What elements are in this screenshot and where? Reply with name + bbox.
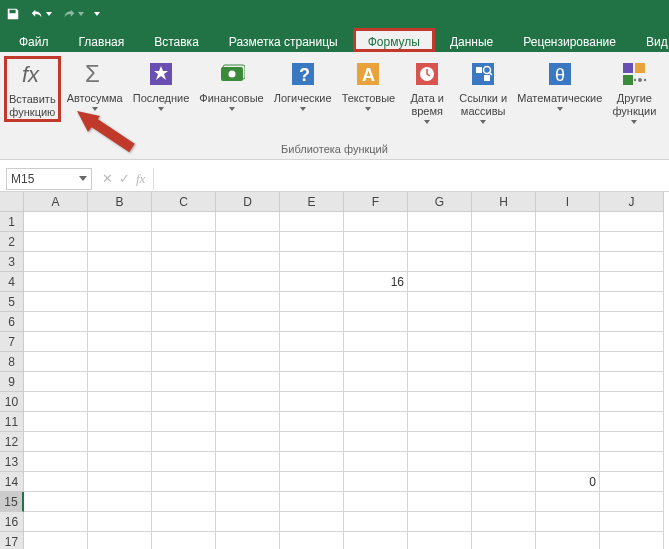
cell[interactable] <box>344 492 408 512</box>
cell[interactable] <box>408 232 472 252</box>
cell[interactable] <box>280 232 344 252</box>
cell[interactable] <box>216 492 280 512</box>
cell[interactable] <box>216 372 280 392</box>
cell[interactable] <box>408 252 472 272</box>
column-header[interactable]: I <box>536 192 600 212</box>
cell[interactable] <box>536 452 600 472</box>
cell[interactable] <box>600 292 664 312</box>
cell[interactable] <box>216 292 280 312</box>
cell[interactable] <box>280 372 344 392</box>
fx-icon[interactable]: fx <box>136 171 145 187</box>
cell[interactable] <box>280 412 344 432</box>
cell[interactable] <box>344 472 408 492</box>
column-header[interactable]: C <box>152 192 216 212</box>
cell[interactable] <box>536 352 600 372</box>
row-header[interactable]: 7 <box>0 332 24 352</box>
cell[interactable] <box>88 532 152 549</box>
cell[interactable] <box>24 372 88 392</box>
cell[interactable] <box>280 212 344 232</box>
cell[interactable] <box>536 492 600 512</box>
column-header[interactable]: B <box>88 192 152 212</box>
logical-button[interactable]: ? Логические <box>270 56 336 113</box>
autosum-button[interactable]: Σ Автосумма <box>63 56 127 113</box>
qat-customize[interactable] <box>94 12 100 16</box>
row-header[interactable]: 17 <box>0 532 24 549</box>
row-header[interactable]: 14 <box>0 472 24 492</box>
cell[interactable] <box>408 472 472 492</box>
cell[interactable] <box>152 352 216 372</box>
cell[interactable] <box>600 332 664 352</box>
cell[interactable] <box>472 312 536 332</box>
cell[interactable] <box>344 352 408 372</box>
cell[interactable] <box>88 492 152 512</box>
cell[interactable] <box>24 452 88 472</box>
cell[interactable] <box>88 332 152 352</box>
row-header[interactable]: 13 <box>0 452 24 472</box>
math-button[interactable]: θ Математические <box>513 56 606 113</box>
cell[interactable] <box>600 232 664 252</box>
cell[interactable] <box>408 432 472 452</box>
cell[interactable] <box>216 212 280 232</box>
cell[interactable] <box>152 212 216 232</box>
row-header[interactable]: 9 <box>0 372 24 392</box>
cell[interactable] <box>600 412 664 432</box>
cell[interactable] <box>88 432 152 452</box>
cell[interactable] <box>344 212 408 232</box>
cell[interactable] <box>24 312 88 332</box>
cell[interactable] <box>600 312 664 332</box>
cell[interactable] <box>408 352 472 372</box>
cell[interactable] <box>344 532 408 549</box>
cell[interactable] <box>408 332 472 352</box>
cell[interactable] <box>536 212 600 232</box>
cell[interactable] <box>600 212 664 232</box>
cancel-icon[interactable]: ✕ <box>102 171 113 186</box>
cell[interactable] <box>216 392 280 412</box>
cell[interactable] <box>152 372 216 392</box>
cell[interactable] <box>280 332 344 352</box>
cell[interactable] <box>344 252 408 272</box>
cell[interactable] <box>280 432 344 452</box>
cell[interactable] <box>24 532 88 549</box>
cell[interactable] <box>152 272 216 292</box>
cell[interactable] <box>152 292 216 312</box>
cell[interactable] <box>472 472 536 492</box>
cell[interactable] <box>152 432 216 452</box>
more-functions-button[interactable]: Другиефункции <box>608 56 660 126</box>
cell[interactable] <box>472 432 536 452</box>
cell[interactable] <box>24 332 88 352</box>
cell[interactable] <box>536 292 600 312</box>
cell[interactable] <box>88 392 152 412</box>
text-button[interactable]: A Текстовые <box>338 56 400 113</box>
column-header[interactable]: H <box>472 192 536 212</box>
cell[interactable] <box>152 312 216 332</box>
tab-data[interactable]: Данные <box>435 28 508 52</box>
cell[interactable] <box>280 352 344 372</box>
cell[interactable] <box>216 252 280 272</box>
cell[interactable] <box>408 412 472 432</box>
cell[interactable] <box>216 532 280 549</box>
cell[interactable] <box>536 392 600 412</box>
cell[interactable] <box>88 272 152 292</box>
cell[interactable] <box>88 412 152 432</box>
tab-home[interactable]: Главная <box>64 28 140 52</box>
cell[interactable]: 16 <box>344 272 408 292</box>
enter-icon[interactable]: ✓ <box>119 171 130 186</box>
row-header[interactable]: 1 <box>0 212 24 232</box>
redo-button[interactable] <box>62 7 84 21</box>
cell[interactable] <box>152 452 216 472</box>
row-header[interactable]: 11 <box>0 412 24 432</box>
cell[interactable] <box>472 532 536 549</box>
cell[interactable] <box>88 252 152 272</box>
column-header[interactable]: A <box>24 192 88 212</box>
cell[interactable] <box>344 292 408 312</box>
cell[interactable] <box>408 312 472 332</box>
row-header[interactable]: 5 <box>0 292 24 312</box>
datetime-button[interactable]: Дата ивремя <box>401 56 453 126</box>
cell[interactable] <box>24 432 88 452</box>
cell[interactable] <box>472 252 536 272</box>
cell[interactable] <box>152 392 216 412</box>
cell[interactable] <box>24 412 88 432</box>
cell[interactable] <box>152 532 216 549</box>
cell[interactable] <box>216 332 280 352</box>
cell[interactable] <box>88 352 152 372</box>
